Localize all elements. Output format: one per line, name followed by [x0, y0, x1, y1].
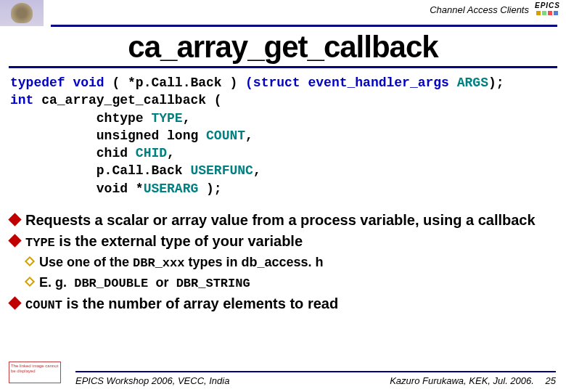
footer-rule: [75, 371, 556, 372]
bullet-text: E. g.: [39, 275, 67, 290]
bullet-item: COUNT is the number of array elements to…: [10, 294, 556, 314]
page-number: 25: [537, 375, 556, 386]
sub-bullet-item: E. g. DBR_DOUBLE or DBR_STRING: [10, 274, 556, 293]
epics-blocks-icon: [536, 11, 558, 15]
bullet-diamond-icon: [8, 296, 21, 309]
bullet-code: DBR_xxx: [133, 256, 184, 270]
sub-bullet-diamond-icon: [25, 256, 35, 266]
header-section-label: Channel Access Clients: [44, 0, 535, 15]
footer-left: EPICS Workshop 2006, VECC, India: [75, 375, 229, 386]
slide-header: Channel Access Clients EPICS: [0, 0, 566, 26]
bullet-diamond-icon: [8, 213, 21, 226]
epics-label: EPICS: [535, 1, 560, 9]
bullet-code: COUNT: [25, 298, 62, 312]
bullet-text: Requests a scalar or array value from a …: [25, 212, 536, 228]
header-rule: [51, 25, 557, 27]
bullet-list: Requests a scalar or array value from a …: [0, 206, 566, 314]
footer-right: Kazuro Furukawa, KEK, Jul. 2006.: [390, 375, 534, 386]
bullet-code: TYPE: [25, 236, 55, 250]
bullet-text: is the number of array elements to read: [62, 295, 338, 311]
header-logo: [0, 0, 44, 26]
bullet-item: Requests a scalar or array value from a …: [10, 211, 556, 230]
slide-title: ca_array_get_callback: [0, 30, 566, 65]
bullet-diamond-icon: [8, 234, 21, 247]
bullet-item: TYPE is the external type of your variab…: [10, 232, 556, 252]
title-rule: [9, 66, 557, 68]
bullet-text: is the external type of your variable: [55, 233, 303, 249]
code-block: typedef void ( *p.Call.Back ) (struct ev…: [0, 74, 566, 206]
sub-bullet-diamond-icon: [25, 277, 35, 287]
header-brand: EPICS: [535, 0, 566, 15]
bullet-code: DBR_DOUBLE: [67, 277, 155, 290]
slide-footer: The linked image cannot be displayed EPI…: [0, 371, 566, 386]
bullet-text: Use: [39, 255, 63, 269]
bullet-code: DBR_STRING: [168, 277, 250, 290]
sub-bullet-item: Use one of the DBR_xxx types in db_acces…: [10, 253, 556, 272]
missing-image-badge: The linked image cannot be displayed: [9, 362, 61, 383]
